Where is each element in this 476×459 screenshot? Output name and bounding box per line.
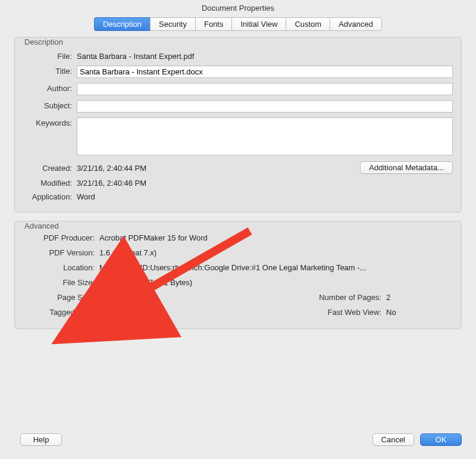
description-group: Description File: Santa Barbara - Instan… bbox=[14, 37, 462, 213]
cancel-button[interactable]: Cancel bbox=[372, 433, 414, 446]
help-button[interactable]: Help bbox=[20, 433, 62, 446]
tab-description[interactable]: Description bbox=[94, 17, 150, 31]
file-label: File: bbox=[23, 51, 77, 61]
version-value: 1.6 (Acrobat 7.x) bbox=[99, 247, 303, 257]
tab-fonts[interactable]: Fonts bbox=[195, 17, 232, 31]
subject-input[interactable] bbox=[77, 100, 453, 113]
description-group-title: Description bbox=[23, 38, 64, 46]
application-value: Word bbox=[77, 191, 453, 201]
location-label: Location: bbox=[23, 263, 99, 272]
tab-security[interactable]: Security bbox=[150, 17, 195, 31]
title-input[interactable] bbox=[77, 65, 453, 78]
tagged-label: Tagged PDF: bbox=[23, 308, 99, 317]
page-size-value: 8.50 x 10.99 in bbox=[99, 292, 303, 302]
created-value: 3/21/16, 2:40:44 PM bbox=[77, 163, 218, 173]
producer-value: Acrobat PDFMaker 15 for Word bbox=[99, 232, 303, 242]
bottom-bar: Help Cancel OK bbox=[0, 426, 476, 459]
file-size-label: File Size: bbox=[23, 278, 99, 287]
created-label: Created: bbox=[23, 163, 77, 173]
author-label: Author: bbox=[23, 83, 77, 93]
tab-bar: Description Security Fonts Initial View … bbox=[0, 17, 476, 31]
tagged-value: No bbox=[99, 307, 303, 317]
file-size-value: 222.50 KB (227,841 Bytes) bbox=[99, 277, 303, 287]
file-value: Santa Barbara - Instant Expert.pdf bbox=[77, 51, 453, 61]
page-size-label: Page Size: bbox=[23, 293, 99, 302]
fast-web-value: No bbox=[386, 307, 453, 317]
producer-label: PDF Producer: bbox=[23, 233, 99, 242]
num-pages-value: 2 bbox=[386, 292, 453, 302]
tab-custom[interactable]: Custom bbox=[286, 17, 330, 31]
keywords-input[interactable] bbox=[77, 117, 453, 155]
fast-web-label: Fast Web View: bbox=[303, 308, 386, 317]
additional-metadata-button[interactable]: Additional Metadata... bbox=[360, 161, 453, 174]
subject-label: Subject: bbox=[23, 100, 77, 110]
tab-initial-view[interactable]: Initial View bbox=[231, 17, 286, 31]
version-label: PDF Version: bbox=[23, 248, 99, 257]
advanced-group: Advanced PDF Producer: Acrobat PDFMaker … bbox=[14, 221, 462, 329]
window-title: Document Properties bbox=[0, 0, 476, 17]
num-pages-label: Number of Pages: bbox=[303, 293, 386, 302]
ok-button[interactable]: OK bbox=[420, 433, 462, 446]
advanced-group-title: Advanced bbox=[23, 221, 60, 230]
location-value: Macintosh HD:Users:rheinrich:Google Driv… bbox=[99, 262, 453, 272]
keywords-label: Keywords: bbox=[23, 117, 77, 127]
author-input[interactable] bbox=[77, 83, 453, 95]
modified-label: Modified: bbox=[23, 177, 77, 188]
application-label: Application: bbox=[23, 191, 77, 201]
tab-advanced[interactable]: Advanced bbox=[330, 17, 382, 31]
title-label: Title: bbox=[23, 65, 77, 76]
modified-value: 3/21/16, 2:40:46 PM bbox=[77, 177, 453, 188]
